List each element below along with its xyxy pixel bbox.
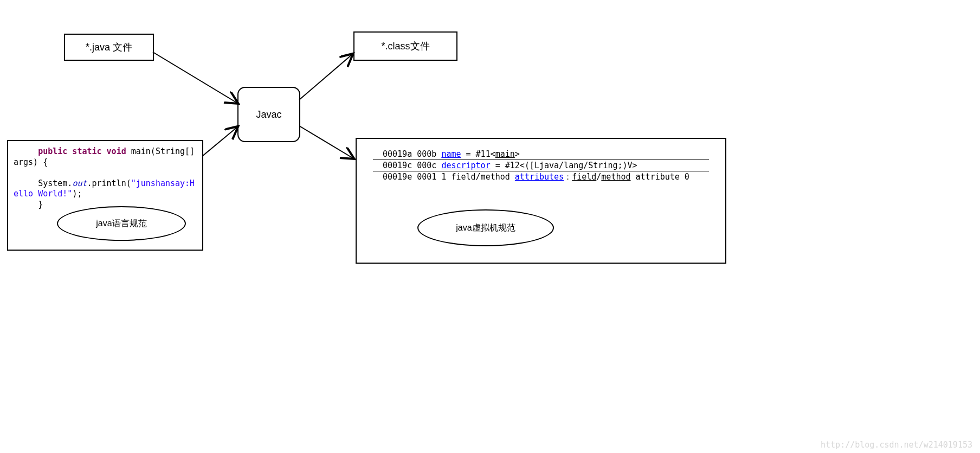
method-ref: method	[601, 172, 630, 182]
bytecode-lines: 00019a 000b name = #11<main> 00019c 000c…	[357, 139, 725, 186]
svg-line-3	[299, 126, 353, 158]
java-lang-spec-label: java语言规范	[96, 218, 146, 229]
java-file-label: *.java 文件	[86, 41, 132, 54]
watermark: http://blog.csdn.net/w214019153	[821, 440, 972, 450]
source-code: public static void main(String[] args) {…	[8, 141, 202, 212]
attributes-key: attributes	[515, 172, 564, 182]
println-call: .println(	[87, 178, 131, 188]
field-ref: field	[572, 172, 596, 182]
class-file-label: *.class文件	[381, 40, 429, 53]
kw-public-static-void: public static void	[38, 146, 126, 156]
javac-box: Javac	[237, 87, 300, 142]
descriptor-key: descriptor	[441, 161, 490, 170]
svg-line-1	[202, 127, 237, 156]
bytecode-row-2: 00019c 000c descriptor = #12<([Ljava/lan…	[373, 160, 709, 171]
class-file-box: *.class文件	[353, 31, 457, 61]
close-brace: }	[38, 200, 43, 209]
javac-label: Javac	[256, 109, 281, 120]
svg-line-0	[153, 52, 237, 103]
name-key: name	[441, 149, 461, 159]
main-ref: main	[495, 149, 515, 159]
java-lang-spec-ellipse: java语言规范	[57, 206, 186, 241]
jvm-spec-ellipse: java虚拟机规范	[417, 209, 554, 246]
java-file-box: *.java 文件	[64, 34, 154, 61]
call-end: );	[72, 189, 82, 199]
bytecode-row-1: 00019a 000b name = #11<main>	[373, 149, 709, 160]
bytecode-box: 00019a 000b name = #11<main> 00019c 000c…	[356, 138, 726, 264]
jvm-spec-label: java虚拟机规范	[456, 222, 515, 234]
out-field: out	[72, 178, 87, 188]
source-code-box: public static void main(String[] args) {…	[7, 140, 203, 251]
svg-line-2	[299, 54, 352, 100]
bytecode-row-3: 00019e 0001 1 field/method attributes：fi…	[373, 171, 709, 183]
